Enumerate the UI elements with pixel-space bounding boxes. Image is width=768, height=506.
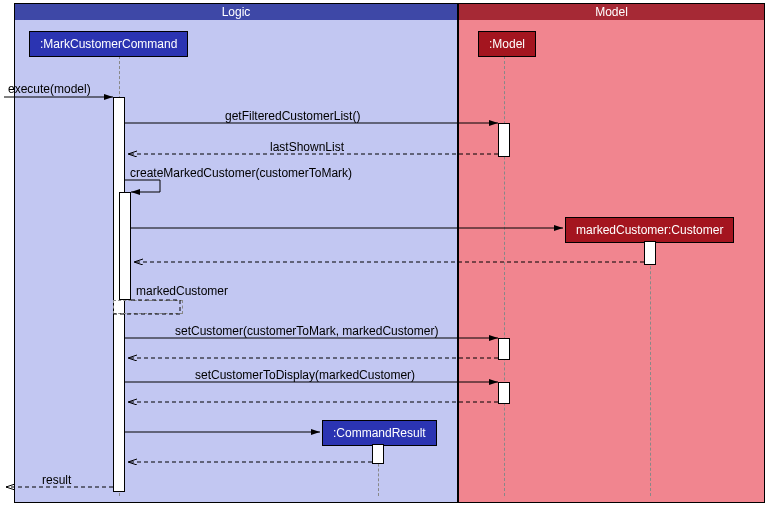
lifeline-model: [504, 56, 505, 496]
msg-markedcustomer: markedCustomer: [136, 284, 228, 298]
participant-model: :Model: [478, 31, 536, 57]
activation-markedcust: [644, 241, 656, 265]
msg-getfiltered: getFilteredCustomerList(): [225, 109, 360, 123]
msg-execute: execute(model): [8, 82, 91, 96]
activation-model-1: [498, 123, 510, 157]
activation-cmdresult: [372, 444, 384, 464]
self-return-frame: [113, 300, 183, 314]
lifeline-markedcust: [650, 241, 651, 496]
msg-result: result: [42, 473, 71, 487]
participant-markedcust: markedCustomer:Customer: [565, 217, 734, 243]
sequence-diagram: Logic Model :MarkCustomerCommand :Model …: [0, 0, 768, 506]
participant-cmdresult: :CommandResult: [322, 420, 437, 446]
activation-model-3: [498, 382, 510, 404]
msg-createmarked: createMarkedCustomer(customerToMark): [130, 166, 352, 180]
activation-markcmd-self: [119, 192, 131, 300]
participant-markcmd: :MarkCustomerCommand: [29, 31, 188, 57]
msg-setcustomer: setCustomer(customerToMark, markedCustom…: [175, 324, 438, 338]
region-model-header: Model: [459, 4, 764, 20]
region-logic-header: Logic: [15, 4, 457, 20]
msg-lastshown: lastShownList: [270, 140, 344, 154]
msg-setdisplay: setCustomerToDisplay(markedCustomer): [195, 368, 415, 382]
activation-model-2: [498, 338, 510, 360]
